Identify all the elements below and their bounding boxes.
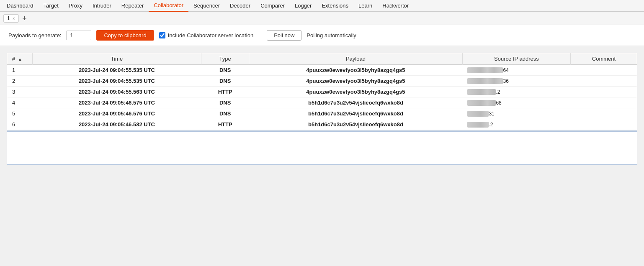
nav-item-hackvertor[interactable]: Hackvertor	[377, 0, 414, 12]
cell-type: HTTP	[201, 119, 249, 130]
cell-comment	[571, 87, 637, 97]
cell-payload: 4puuxzw0ewevfyoo3l5byhy8azgq4gs5	[249, 65, 462, 76]
nav-item-dashboard[interactable]: Dashboard	[2, 0, 39, 12]
tab-1[interactable]: 1 ×	[3, 14, 19, 23]
cell-num: 6	[7, 119, 32, 130]
table-body: 1 2023-Jul-24 09:04:55.535 UTC DNS 4puux…	[7, 65, 637, 130]
cell-ip: ██████.2	[462, 119, 570, 130]
cell-ip: ██████31	[462, 108, 570, 119]
nav-item-decoder[interactable]: Decoder	[225, 0, 255, 12]
cell-comment	[571, 108, 637, 119]
copy-to-clipboard-button[interactable]: Copy to clipboard	[96, 30, 154, 41]
col-header-payload[interactable]: Payload	[249, 53, 462, 65]
tab-close-icon[interactable]: ×	[13, 16, 15, 21]
cell-type: DNS	[201, 97, 249, 108]
cell-payload: b5h1d6c7u3u2v54vjslieoefq6wxko8d	[249, 108, 462, 119]
cell-num: 2	[7, 76, 32, 87]
cell-ip: ████████68	[462, 97, 570, 108]
nav-item-sequencer[interactable]: Sequencer	[188, 0, 225, 12]
ip-blurred-portion: ██████	[467, 122, 489, 128]
table-row[interactable]: 3 2023-Jul-24 09:04:55.563 UTC HTTP 4puu…	[7, 87, 637, 97]
col-header-ip[interactable]: Source IP address	[462, 53, 570, 65]
col-header-num[interactable]: # ▲	[7, 53, 32, 65]
results-table-container: # ▲ Time Type Payload Source IP address …	[7, 53, 637, 130]
nav-item-target[interactable]: Target	[39, 0, 64, 12]
cell-comment	[571, 119, 637, 130]
nav-item-repeater[interactable]: Repeater	[116, 0, 149, 12]
cell-payload: b5h1d6c7u3u2v54vjslieoefq6wxko8d	[249, 119, 462, 130]
ip-suffix: 64	[503, 67, 508, 73]
payloads-label: Payloads to generate:	[8, 32, 61, 38]
nav-item-learn[interactable]: Learn	[353, 0, 377, 12]
cell-payload: 4puuxzw0ewevfyoo3l5byhy8azgq4gs5	[249, 87, 462, 97]
cell-time: 2023-Jul-24 09:04:55.563 UTC	[32, 87, 201, 97]
ip-suffix: 31	[489, 111, 494, 117]
ip-suffix: .2	[496, 89, 500, 95]
tab-bar: 1 × +	[0, 12, 644, 25]
nav-item-logger[interactable]: Logger	[290, 0, 317, 12]
ip-suffix: .2	[489, 122, 493, 128]
sort-icon: ▲	[18, 57, 22, 61]
cell-type: DNS	[201, 108, 249, 119]
ip-blurred-portion: ██████████	[467, 78, 503, 84]
cell-time: 2023-Jul-24 09:05:46.575 UTC	[32, 97, 201, 108]
table-row[interactable]: 2 2023-Jul-24 09:04:55.535 UTC DNS 4puux…	[7, 76, 637, 87]
polling-status: Polling automatically	[307, 32, 356, 38]
cell-ip: ██████████36	[462, 76, 570, 87]
ip-blurred-portion: ██████	[467, 111, 489, 117]
col-header-time[interactable]: Time	[32, 53, 201, 65]
cell-num: 1	[7, 65, 32, 76]
cell-type: DNS	[201, 65, 249, 76]
tab-label: 1	[7, 15, 10, 21]
nav-item-comparer[interactable]: Comparer	[255, 0, 290, 12]
payloads-input[interactable]	[66, 31, 91, 40]
cell-time: 2023-Jul-24 09:04:55.535 UTC	[32, 76, 201, 87]
add-tab-button[interactable]: +	[21, 15, 28, 22]
cell-time: 2023-Jul-24 09:05:46.582 UTC	[32, 119, 201, 130]
main-area: # ▲ Time Type Payload Source IP address …	[0, 46, 644, 171]
cell-payload: b5h1d6c7u3u2v54vjslieoefq6wxko8d	[249, 97, 462, 108]
nav-item-intruder[interactable]: Intruder	[88, 0, 116, 12]
table-row[interactable]: 5 2023-Jul-24 09:05:46.576 UTC DNS b5h1d…	[7, 108, 637, 119]
include-location-label[interactable]: Include Collaborator server location	[159, 32, 254, 38]
ip-suffix: 36	[503, 78, 508, 84]
nav-item-proxy[interactable]: Proxy	[64, 0, 88, 12]
cell-time: 2023-Jul-24 09:04:55.535 UTC	[32, 65, 201, 76]
include-location-text: Include Collaborator server location	[168, 32, 254, 38]
table-header-row: # ▲ Time Type Payload Source IP address …	[7, 53, 637, 65]
cell-time: 2023-Jul-24 09:05:46.576 UTC	[32, 108, 201, 119]
ip-blurred-portion: ██████████	[467, 67, 503, 73]
ip-blurred-portion: ████████	[467, 100, 496, 106]
cell-type: HTTP	[201, 87, 249, 97]
bottom-panel	[7, 131, 637, 165]
cell-num: 4	[7, 97, 32, 108]
cell-payload: 4puuxzw0ewevfyoo3l5byhy8azgq4gs5	[249, 76, 462, 87]
col-header-comment[interactable]: Comment	[571, 53, 637, 65]
table-row[interactable]: 4 2023-Jul-24 09:05:46.575 UTC DNS b5h1d…	[7, 97, 637, 108]
cell-type: DNS	[201, 76, 249, 87]
toolbar: Payloads to generate: Copy to clipboard …	[0, 25, 644, 46]
cell-comment	[571, 65, 637, 76]
ip-suffix: 68	[496, 100, 501, 106]
ip-blurred-portion: ████████	[467, 89, 496, 95]
col-header-type[interactable]: Type	[201, 53, 249, 65]
cell-comment	[571, 76, 637, 87]
poll-now-button[interactable]: Poll now	[267, 30, 301, 41]
cell-comment	[571, 97, 637, 108]
results-table: # ▲ Time Type Payload Source IP address …	[7, 53, 637, 130]
cell-num: 3	[7, 87, 32, 97]
include-location-checkbox[interactable]	[159, 32, 165, 38]
table-row[interactable]: 1 2023-Jul-24 09:04:55.535 UTC DNS 4puux…	[7, 65, 637, 76]
nav-item-collaborator[interactable]: Collaborator	[149, 0, 188, 12]
cell-ip: ████████.2	[462, 87, 570, 97]
top-navigation: DashboardTargetProxyIntruderRepeaterColl…	[0, 0, 644, 12]
table-row[interactable]: 6 2023-Jul-24 09:05:46.582 UTC HTTP b5h1…	[7, 119, 637, 130]
cell-num: 5	[7, 108, 32, 119]
nav-item-extensions[interactable]: Extensions	[317, 0, 353, 12]
cell-ip: ██████████64	[462, 65, 570, 76]
